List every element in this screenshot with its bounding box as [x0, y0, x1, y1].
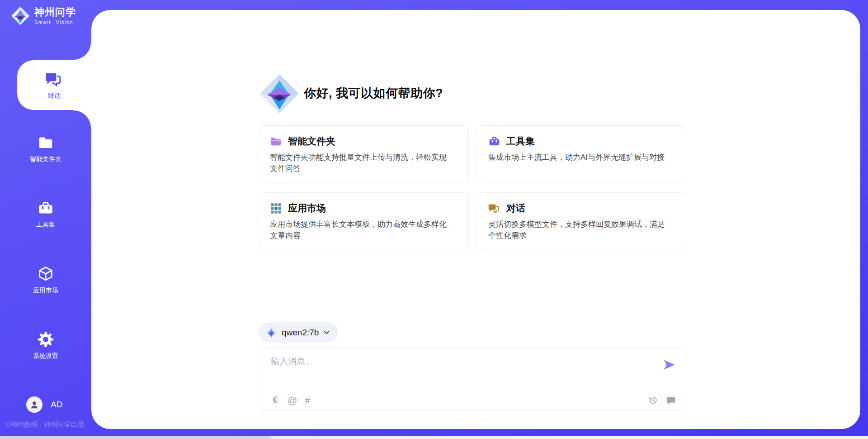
model-name: qwen2:7b	[282, 328, 319, 338]
at-icon[interactable]: @	[288, 396, 297, 405]
chat-bubbles-icon	[488, 202, 500, 215]
user-initials: AD	[51, 400, 62, 410]
model-logo-icon	[265, 327, 277, 339]
card-toolset[interactable]: 工具集 集成市场上主流工具，助力AI与外界无缝扩展与对接	[477, 125, 687, 182]
gear-icon	[37, 331, 54, 348]
paperclip-icon	[271, 395, 280, 405]
card-app-market[interactable]: 应用市场 应用市场提供丰富长文本模板，助力高效生成多样化文章内容	[259, 192, 469, 249]
user-profile[interactable]: AD	[26, 396, 62, 413]
feature-cards: 智能文件夹 智能文件夹功能支持批量文件上传与清洗，轻松实现文件问答 工具集 集成…	[259, 125, 687, 249]
sidebar-footer: ©神州数码 · 神州问学出品	[5, 420, 100, 429]
chat-icon	[45, 70, 63, 88]
bottom-strip	[0, 436, 868, 439]
folder-icon	[37, 134, 54, 151]
toolbox-icon	[37, 200, 54, 217]
send-button[interactable]	[662, 358, 676, 372]
message-input[interactable]	[271, 356, 651, 383]
attach-button[interactable]	[271, 395, 280, 405]
brand-subtitle: Smart Vision	[34, 19, 76, 25]
card-title: 应用市场	[288, 202, 326, 215]
brand: 神州问学 Smart Vision	[11, 6, 76, 25]
sidebar-item-label: 工具集	[36, 221, 55, 229]
card-chat[interactable]: 对话 灵活切换多模型文件，支持多样回复效果调试，满足个性化需求	[477, 192, 687, 249]
feedback-button[interactable]	[666, 395, 676, 405]
hash-icon[interactable]: #	[305, 396, 310, 405]
main-panel: 你好, 我可以如何帮助你? 智能文件夹 智能文件夹功能支持批量文件上传与清洗，轻…	[91, 10, 860, 429]
history-button[interactable]	[648, 395, 658, 405]
card-description: 应用市场提供丰富长文本模板，助力高效生成多样化文章内容	[270, 219, 458, 241]
sidebar-item-app-market[interactable]: 应用市场	[0, 265, 91, 295]
sidebar-item-chat[interactable]: 对话	[17, 60, 91, 110]
avatar	[26, 396, 42, 413]
grid-icon	[270, 202, 282, 215]
user-avatar-icon	[29, 400, 39, 410]
folder-open-icon	[270, 135, 282, 148]
sidebar-item-label: 对话	[47, 92, 61, 100]
sidebar-item-toolset[interactable]: 工具集	[0, 200, 91, 229]
send-icon	[662, 358, 676, 372]
chevron-down-icon	[323, 329, 330, 336]
comment-icon	[666, 395, 676, 405]
history-icon	[648, 395, 658, 405]
app-root: { "brand": { "name": "神州问学", "subtitle":…	[0, 0, 868, 439]
card-title: 智能文件夹	[288, 135, 335, 148]
composer-divider	[268, 388, 678, 388]
sidebar-item-settings[interactable]: 系统设置	[0, 331, 91, 360]
composer-toolbar: @ #	[271, 392, 676, 408]
tab-curve-bottom	[73, 110, 91, 128]
card-description: 集成市场上主流工具，助力AI与外界无缝扩展与对接	[488, 152, 677, 163]
greeting-logo-icon	[259, 73, 300, 114]
tab-curve-top	[73, 42, 91, 60]
cube-icon	[37, 265, 54, 282]
card-description: 智能文件夹功能支持批量文件上传与清洗，轻松实现文件问答	[270, 152, 458, 174]
brand-name: 神州问学	[34, 7, 76, 18]
greeting-title: 你好, 我可以如何帮助你?	[304, 85, 443, 101]
sidebar-item-label: 智能文件夹	[30, 155, 61, 163]
message-composer: @ #	[259, 348, 687, 411]
card-title: 工具集	[506, 135, 535, 148]
card-title: 对话	[506, 202, 525, 215]
sidebar-item-label: 系统设置	[33, 352, 58, 360]
brand-logo-icon	[11, 6, 30, 25]
sidebar-item-smart-folder[interactable]: 智能文件夹	[0, 134, 91, 163]
card-smart-folder[interactable]: 智能文件夹 智能文件夹功能支持批量文件上传与清洗，轻松实现文件问答	[259, 125, 469, 182]
card-description: 灵活切换多模型文件，支持多样回复效果调试，满足个性化需求	[488, 219, 677, 241]
toolbox-icon	[488, 135, 500, 148]
sidebar-item-label: 应用市场	[33, 286, 58, 295]
model-selector[interactable]: qwen2:7b	[259, 322, 338, 343]
